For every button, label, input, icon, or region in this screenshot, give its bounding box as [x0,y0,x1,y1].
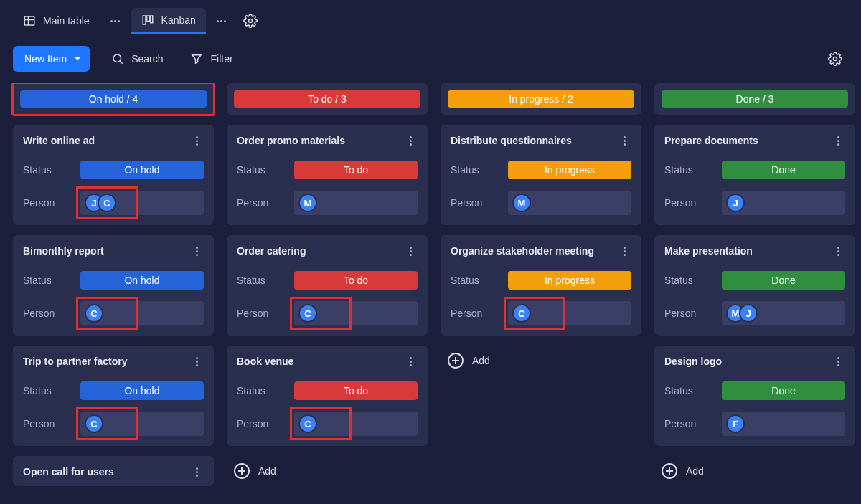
column-header[interactable]: Done / 3 [654,83,855,115]
person-label: Person [237,308,294,319]
card-menu[interactable] [617,133,631,148]
card-menu[interactable] [189,133,204,148]
card-title: Distribute questionnaires [451,135,572,146]
person-cell[interactable]: F [722,412,845,436]
svg-rect-0 [24,16,34,25]
kanban-card[interactable]: Make presentationStatusDonePersonMJ [654,235,855,336]
card-menu[interactable] [831,244,845,258]
person-cell[interactable]: C [80,301,204,325]
kanban-card[interactable]: Distribute questionnairesStatusIn progre… [441,125,641,225]
table-icon [23,14,36,27]
person-cell[interactable]: C [294,412,418,436]
add-label: Add [686,465,704,477]
person-cell[interactable]: MJ [722,301,845,325]
column-done: Done / 3Prepare documentsStatusDonePerso… [654,83,855,486]
column-on_hold: On hold / 4Write online adStatusOn holdP… [13,83,214,486]
status-label: Status [237,275,294,286]
svg-point-6 [834,57,837,61]
person-label: Person [23,418,80,429]
tab-main-table-label: Main table [43,15,90,27]
card-title: Make presentation [664,245,753,257]
card-menu[interactable] [617,244,631,258]
column-header-label: To do / 3 [234,90,420,108]
tab-main-menu[interactable] [107,12,124,29]
status-pill[interactable]: On hold [80,271,204,290]
kanban-card[interactable]: Order promo materialsStatusTo doPersonM [227,125,428,225]
column-header[interactable]: On hold / 4 [13,83,214,115]
kanban-card[interactable]: Bimonthly reportStatusOn holdPersonC [13,235,214,336]
view-tabs: Main table Kanban [0,0,861,34]
column-to_do: To do / 3Order promo materialsStatusTo d… [227,83,428,486]
person-cell[interactable]: C [508,301,631,325]
column-header-label: In progress / 2 [448,90,634,108]
status-pill[interactable]: In progress [508,271,631,290]
status-pill[interactable]: Done [722,271,845,290]
card-menu[interactable] [403,354,418,369]
status-pill[interactable]: On hold [80,161,204,179]
add-card-button[interactable]: Add [654,456,855,486]
avatar: M [512,194,531,212]
board-settings[interactable] [827,50,844,67]
status-label: Status [664,164,722,176]
status-label: Status [23,164,80,176]
card-menu[interactable] [403,244,418,258]
person-cell[interactable]: JC [80,191,204,215]
card-menu[interactable] [189,354,204,369]
filter-button[interactable]: Filter [184,46,238,72]
status-pill[interactable]: To do [294,161,418,179]
new-item-label: New Item [24,53,67,65]
gear-icon [828,52,842,66]
avatar: C [98,194,116,212]
card-menu[interactable] [831,354,845,369]
status-label: Status [664,385,722,396]
avatar: C [85,414,103,433]
add-card-button[interactable]: Add [227,456,428,486]
kanban-card[interactable]: Design logoStatusDonePersonF [654,346,855,446]
tab-kanban[interactable]: Kanban [131,8,206,34]
svg-rect-3 [150,16,152,23]
view-settings[interactable] [242,12,259,29]
chevron-down-icon [74,55,81,62]
kanban-card[interactable]: Prepare documentsStatusDonePersonJ [654,125,855,225]
card-title: Prepare documents [664,135,758,146]
card-menu[interactable] [403,133,418,148]
column-in_progress: In progress / 2Distribute questionnaires… [441,83,641,486]
column-header-label: Done / 3 [662,90,848,108]
kanban-card[interactable]: Order cateringStatusTo doPersonC [227,235,428,336]
person-cell[interactable]: M [508,191,631,215]
avatar: F [726,414,745,433]
avatar: C [298,414,317,433]
person-cell[interactable]: C [80,412,204,436]
kanban-card[interactable]: Trip to partner factoryStatusOn holdPers… [13,346,214,446]
kanban-card[interactable]: Write online adStatusOn holdPersonJC [13,125,214,225]
kanban-card[interactable]: Book venueStatusTo doPersonC [227,346,428,446]
card-menu[interactable] [189,465,204,479]
kanban-card[interactable]: Organize stakeholder meetingStatusIn pro… [441,235,641,336]
status-pill[interactable]: To do [294,381,418,400]
tab-main-table[interactable]: Main table [13,8,100,34]
person-cell[interactable]: M [294,191,418,215]
column-header[interactable]: To do / 3 [227,83,428,115]
person-label: Person [23,197,80,209]
person-label: Person [23,308,80,319]
person-cell[interactable]: J [722,191,845,215]
svg-point-5 [113,54,121,62]
avatar: J [739,304,758,323]
tab-kanban-menu[interactable] [213,12,230,29]
new-item-button[interactable]: New Item [13,46,90,72]
card-menu[interactable] [831,133,845,148]
card-menu[interactable] [189,244,204,258]
status-pill[interactable]: To do [294,271,418,290]
column-header[interactable]: In progress / 2 [441,83,641,115]
status-pill[interactable]: On hold [80,381,204,400]
status-label: Status [237,385,294,396]
status-pill[interactable]: Done [722,381,845,400]
kanban-card[interactable]: Open call for users [13,456,214,486]
search-button[interactable]: Search [105,46,169,72]
avatar: M [298,194,317,212]
status-pill[interactable]: Done [722,161,845,179]
card-title: Trip to partner factory [23,356,127,367]
status-pill[interactable]: In progress [508,161,631,179]
add-card-button[interactable]: Add [441,346,641,376]
person-cell[interactable]: C [294,301,418,325]
